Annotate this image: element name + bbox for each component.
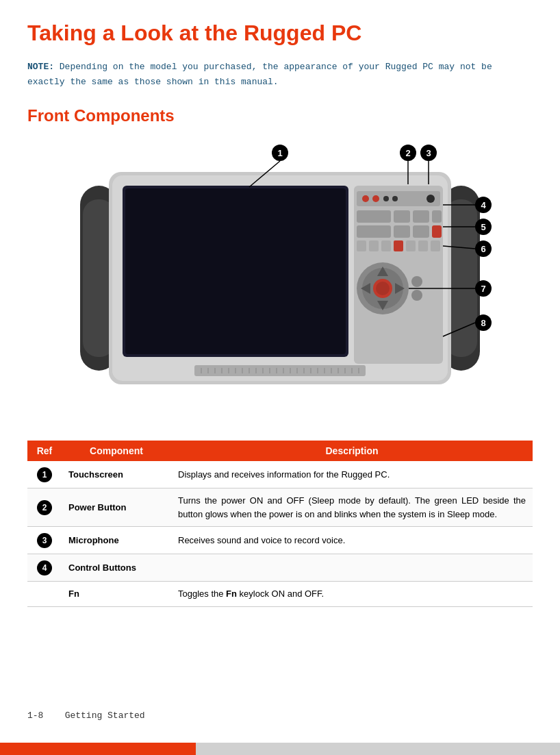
component-description: Turns the power ON and OFF (Sleep mode b… xyxy=(171,488,533,527)
page-footer: 1-8 Getting Started xyxy=(27,710,145,721)
ref-number: 3 xyxy=(37,533,52,548)
device-image-area: 1 2 3 4 5 6 xyxy=(27,138,533,425)
ref-cell: 4 xyxy=(27,554,62,582)
svg-rect-17 xyxy=(413,210,429,223)
component-description: Toggles the Fn keylock ON and OFF. xyxy=(171,582,533,607)
component-name: Touchscreen xyxy=(62,461,171,488)
svg-rect-24 xyxy=(369,240,379,251)
footer-bar xyxy=(0,743,560,755)
svg-rect-16 xyxy=(394,210,410,223)
svg-rect-25 xyxy=(381,240,391,251)
svg-text:3: 3 xyxy=(426,148,431,158)
svg-point-38 xyxy=(411,276,422,287)
table-row: Fn Toggles the Fn keylock ON and OFF. xyxy=(27,582,533,607)
ref-number: 2 xyxy=(37,500,52,515)
svg-rect-23 xyxy=(357,240,366,251)
svg-point-12 xyxy=(383,196,389,201)
note-text: Depending on the model you purchased, th… xyxy=(27,62,492,87)
component-name: Control Buttons xyxy=(62,554,171,582)
ref-cell: 3 xyxy=(27,527,62,554)
svg-point-10 xyxy=(362,195,369,202)
ref-cell xyxy=(27,582,62,607)
svg-rect-7 xyxy=(125,188,346,354)
svg-text:1: 1 xyxy=(277,148,282,158)
page-title: Taking a Look at the Rugged PC xyxy=(27,21,533,46)
note-label: NOTE: xyxy=(27,62,54,72)
svg-rect-29 xyxy=(431,240,440,251)
table-row: 3 Microphone Receives sound and voice to… xyxy=(27,527,533,554)
components-table: Ref Component Description 1 Touchscreen … xyxy=(27,441,533,607)
ref-cell: 2 xyxy=(27,488,62,527)
svg-rect-20 xyxy=(394,225,410,238)
svg-point-39 xyxy=(411,290,422,301)
device-diagram: 1 2 3 4 5 6 xyxy=(68,145,492,419)
table-header: Ref Component Description xyxy=(27,441,533,461)
svg-point-13 xyxy=(392,196,398,201)
chapter-name: Getting Started xyxy=(65,710,145,721)
note-block: NOTE: Depending on the model you purchas… xyxy=(27,60,533,90)
component-name: Fn xyxy=(62,582,171,607)
svg-text:7: 7 xyxy=(481,284,485,294)
ref-number: 4 xyxy=(37,560,52,575)
component-name: Power Button xyxy=(62,488,171,527)
col-header-description: Description xyxy=(171,441,533,461)
svg-point-11 xyxy=(372,195,379,202)
component-description xyxy=(171,554,533,582)
svg-rect-27 xyxy=(406,240,416,251)
ref-number: 1 xyxy=(37,467,52,482)
svg-rect-18 xyxy=(432,210,442,223)
svg-rect-26 xyxy=(394,240,403,251)
footer-bar-gray xyxy=(196,743,560,755)
table-row: 4 Control Buttons xyxy=(27,554,533,582)
svg-text:4: 4 xyxy=(481,200,486,210)
fn-key-label: Fn xyxy=(226,589,237,599)
svg-rect-21 xyxy=(413,225,429,238)
table-row: 2 Power Button Turns the power ON and OF… xyxy=(27,488,533,527)
col-header-ref: Ref xyxy=(27,441,62,461)
section-heading: Front Components xyxy=(27,106,533,125)
footer-bar-orange xyxy=(0,743,196,755)
component-description: Displays and receives information for th… xyxy=(171,461,533,488)
svg-rect-40 xyxy=(194,365,366,376)
ref-cell: 1 xyxy=(27,461,62,488)
svg-rect-28 xyxy=(418,240,428,251)
table-body: 1 Touchscreen Displays and receives info… xyxy=(27,461,533,606)
page-number: 1-8 xyxy=(27,710,43,721)
svg-rect-22 xyxy=(432,225,442,238)
component-name: Microphone xyxy=(62,527,171,554)
col-header-component: Component xyxy=(62,441,171,461)
page-content: Taking a Look at the Rugged PC NOTE: Dep… xyxy=(0,0,560,634)
svg-rect-19 xyxy=(357,225,391,238)
svg-text:5: 5 xyxy=(481,222,485,232)
svg-rect-15 xyxy=(357,210,391,223)
svg-text:8: 8 xyxy=(481,318,485,328)
svg-point-14 xyxy=(427,195,435,203)
svg-text:2: 2 xyxy=(405,148,410,158)
component-description: Receives sound and voice to record voice… xyxy=(171,527,533,554)
svg-text:6: 6 xyxy=(481,244,485,254)
svg-point-37 xyxy=(376,282,390,295)
table-row: 1 Touchscreen Displays and receives info… xyxy=(27,461,533,488)
